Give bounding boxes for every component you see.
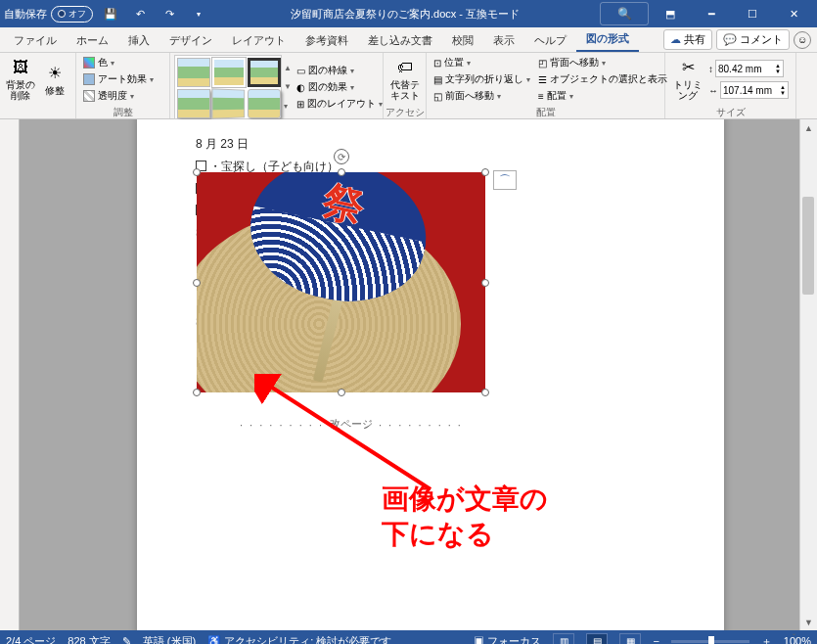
scroll-down-icon[interactable]: ▼ — [800, 614, 817, 630]
border-icon: ▭ — [296, 66, 305, 76]
wrap-icon: ▤ — [433, 74, 442, 85]
zoom-level[interactable]: 100% — [784, 635, 811, 644]
bring-forward-button[interactable]: ◱前面へ移動 — [431, 88, 533, 104]
scroll-up-icon[interactable]: ▲ — [800, 119, 817, 136]
gallery-down[interactable]: ▼ — [284, 82, 292, 91]
zoom-slider[interactable] — [671, 640, 749, 643]
position-icon: ⊡ — [433, 58, 441, 69]
document-area: 8 月 23 日 ・宝探し（子ども向け） ・子ども神輿 ・神輿行列 8 月 24… — [0, 119, 817, 630]
status-spellcheck-icon[interactable]: ✎ — [122, 635, 131, 645]
group-label-arrange: 配置 — [427, 106, 664, 119]
backward-icon: ◰ — [538, 58, 547, 69]
corrections-button[interactable]: ☀修整 — [39, 55, 72, 104]
group-label-size: サイズ — [665, 106, 795, 119]
group-label-access: アクセシビ… — [384, 106, 426, 119]
gallery-up[interactable]: ▲ — [284, 64, 292, 72]
minimize-icon[interactable]: ━ — [692, 0, 731, 27]
undo-icon[interactable]: ↶ — [128, 2, 152, 25]
gallery-more[interactable]: ▾ — [284, 102, 292, 111]
layout-options-icon[interactable]: ⌒ — [493, 170, 517, 190]
remove-background-button[interactable]: 🖼背景の削除 — [4, 55, 37, 104]
scrollbar-thumb[interactable] — [802, 197, 814, 295]
fan-kanji: 祭 — [318, 173, 370, 236]
align-button[interactable]: ≡配置 — [535, 88, 670, 104]
zoom-in-icon[interactable]: ＋ — [761, 634, 772, 645]
inserted-image[interactable]: ⟳ ⌒ 祭 — [197, 172, 485, 392]
selection-pane-button[interactable]: ☰オブジェクトの選択と表示 — [535, 71, 670, 87]
feedback-icon[interactable]: ☺ — [794, 31, 811, 49]
tab-home[interactable]: ホーム — [67, 28, 118, 52]
transparency-button[interactable]: 透明度 — [80, 88, 157, 104]
annotation-text: 画像が文章の 下になる — [382, 482, 548, 553]
effects-icon: ◐ — [296, 82, 305, 93]
picture-styles-gallery[interactable] — [174, 55, 282, 119]
width-input[interactable]: 107.14 mm▲▼ — [720, 81, 789, 99]
tab-view[interactable]: 表示 — [483, 28, 524, 52]
comments-button[interactable]: 💬コメント — [716, 29, 790, 50]
vertical-ruler — [0, 119, 20, 630]
color-button[interactable]: 色 — [80, 55, 157, 70]
redo-icon[interactable]: ↷ — [158, 2, 181, 25]
document-title: 汐留町商店会夏祭りのご案内.docx - 互換モード — [210, 7, 600, 22]
collapse-ribbon-icon[interactable]: ˇ — [793, 632, 795, 642]
share-button[interactable]: ☁共有 — [663, 29, 712, 50]
selection-icon: ☰ — [538, 74, 547, 85]
tab-picture-format[interactable]: 図の形式 — [576, 26, 639, 52]
document-page[interactable]: 8 月 23 日 ・宝探し（子ども向け） ・子ども神輿 ・神輿行列 8 月 24… — [137, 119, 724, 630]
tab-insert[interactable]: 挿入 — [118, 28, 159, 52]
picture-border-button[interactable]: ▭図の枠線 — [294, 63, 386, 78]
height-input[interactable]: 80.42 mm▲▼ — [715, 60, 784, 77]
page-break-indicator: · · · · · · · · ·改ページ· · · · · · · · · — [240, 417, 463, 432]
view-web-icon[interactable]: ▦ — [619, 633, 641, 644]
tab-help[interactable]: ヘルプ — [524, 28, 576, 52]
status-page[interactable]: 2/4 ページ — [6, 634, 56, 645]
crop-button[interactable]: ✂トリミング — [669, 55, 706, 104]
tab-layout[interactable]: レイアウト — [222, 28, 295, 52]
ribbon-tabs: ファイル ホーム 挿入 デザイン レイアウト 参考資料 差し込み文書 校閲 表示… — [0, 27, 817, 53]
status-accessibility[interactable]: ♿ アクセシビリティ: 検討が必要です — [207, 634, 391, 645]
forward-icon: ◱ — [433, 91, 442, 102]
status-focus[interactable]: ▣ フォーカス — [474, 634, 541, 645]
tab-file[interactable]: ファイル — [4, 28, 67, 52]
picture-layout-button[interactable]: ⊞図のレイアウト — [294, 96, 386, 112]
wrap-text-button[interactable]: ▤文字列の折り返し — [431, 71, 533, 87]
group-label-adjust2: 調整 — [76, 106, 169, 119]
qat-customize-icon[interactable]: ▾ — [187, 2, 210, 25]
send-backward-button[interactable]: ◰背面へ移動 — [535, 55, 670, 70]
search-button[interactable]: 🔍 — [600, 2, 649, 25]
picture-effects-button[interactable]: ◐図の効果 — [294, 79, 386, 95]
status-bar: 2/4 ページ 828 文字 ✎ 英語 (米国) ♿ アクセシビリティ: 検討が… — [0, 630, 817, 644]
position-button[interactable]: ⊡位置 — [431, 55, 533, 70]
save-icon[interactable]: 💾 — [99, 2, 122, 25]
close-icon[interactable]: ✕ — [774, 0, 813, 27]
width-icon: ↔ — [708, 85, 718, 96]
vertical-scrollbar[interactable]: ▲ ▼ — [799, 119, 817, 630]
view-print-icon[interactable]: ▤ — [586, 633, 608, 644]
tab-review[interactable]: 校閲 — [442, 28, 483, 52]
ribbon-display-icon[interactable]: ⬒ — [651, 0, 690, 27]
artistic-effects-button[interactable]: アート効果 — [80, 71, 157, 87]
maximize-icon[interactable]: ☐ — [733, 0, 772, 27]
tab-mailings[interactable]: 差し込み文書 — [358, 28, 442, 52]
alt-text-button[interactable]: 🏷代替テキスト — [387, 55, 422, 104]
status-language[interactable]: 英語 (米国) — [143, 634, 196, 645]
height-icon: ↕ — [708, 64, 713, 74]
auto-save-toggle[interactable]: 自動保存 オフ — [4, 6, 93, 23]
status-word-count[interactable]: 828 文字 — [68, 634, 110, 645]
tab-references[interactable]: 参考資料 — [295, 28, 358, 52]
rotate-handle-icon[interactable]: ⟳ — [334, 149, 349, 164]
ribbon: 🖼背景の削除 ☀修整 調整 色 アート効果 透明度 調整 ▲▼▾ ▭図の枠線 ◐… — [0, 53, 817, 119]
align-icon: ≡ — [538, 91, 544, 102]
view-read-icon[interactable]: ▥ — [553, 633, 574, 644]
zoom-out-icon[interactable]: − — [653, 635, 658, 644]
title-bar: 自動保存 オフ 💾 ↶ ↷ ▾ 汐留町商店会夏祭りのご案内.docx - 互換モ… — [0, 0, 817, 27]
tab-design[interactable]: デザイン — [159, 28, 222, 52]
layout-icon: ⊞ — [296, 99, 304, 110]
